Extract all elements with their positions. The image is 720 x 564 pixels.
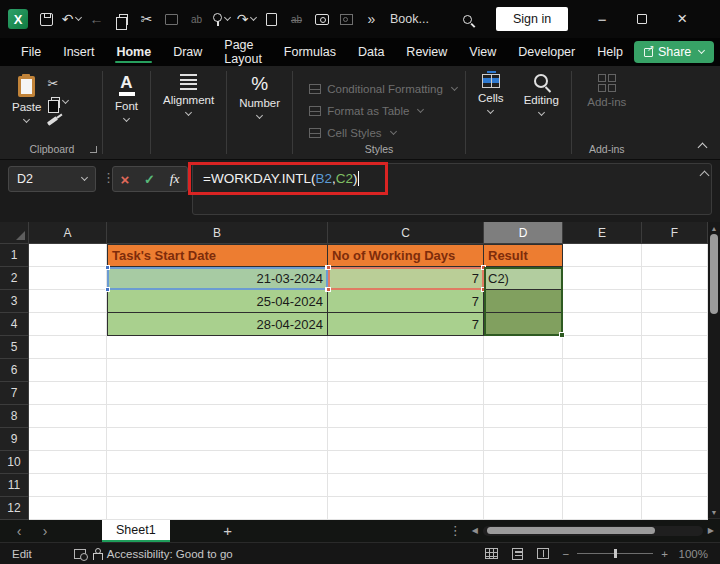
grid-cell[interactable]	[484, 405, 563, 428]
paste-button[interactable]: Paste	[4, 72, 45, 136]
copy-button[interactable]	[109, 6, 134, 32]
row-header[interactable]: 7	[0, 382, 29, 405]
tab-help[interactable]: Help	[586, 38, 634, 66]
row-header[interactable]: 8	[0, 405, 29, 428]
cell-c2[interactable]: 7	[328, 267, 484, 290]
horizontal-scrollbar[interactable]: ◀ ▶	[472, 526, 714, 536]
grid-cell[interactable]	[484, 382, 563, 405]
grid-cell[interactable]	[563, 382, 642, 405]
grid-cell[interactable]	[563, 359, 642, 382]
strikethrough-button[interactable]: ab	[284, 6, 309, 32]
zoom-out-button[interactable]: −	[563, 548, 570, 560]
grid-cell[interactable]	[484, 451, 563, 474]
col-header-b[interactable]: B	[107, 222, 328, 244]
grid-cell[interactable]	[107, 382, 328, 405]
grid-cell[interactable]	[642, 382, 708, 405]
page-layout-view-icon[interactable]	[512, 548, 523, 560]
cut-button-ribbon[interactable]: ✂	[47, 76, 68, 90]
macro-record-icon[interactable]	[74, 549, 86, 559]
next-sheet-button[interactable]: ›	[32, 523, 58, 539]
cell-b2[interactable]: 21-03-2024	[107, 267, 328, 290]
row-header[interactable]: 11	[0, 474, 29, 497]
grid-cell[interactable]	[107, 451, 328, 474]
sheet-options-icon[interactable]: ⋮	[449, 523, 462, 538]
grid-cell[interactable]	[29, 428, 107, 451]
tab-data[interactable]: Data	[347, 38, 395, 66]
grid-cell[interactable]	[642, 474, 708, 497]
cells-button[interactable]: Cells	[468, 72, 514, 115]
cell-styles-button[interactable]: Cell Styles	[301, 124, 395, 142]
row-header[interactable]: 6	[0, 359, 29, 382]
fill-handle[interactable]	[559, 332, 565, 338]
grid-cell[interactable]	[328, 359, 484, 382]
tab-file[interactable]: File	[10, 38, 52, 66]
row-header[interactable]: 9	[0, 428, 29, 451]
grid-cell[interactable]	[107, 474, 328, 497]
grid-cell[interactable]	[29, 382, 107, 405]
grid-cell[interactable]	[29, 290, 107, 313]
editing-button[interactable]: Editing	[514, 72, 569, 117]
formula-input[interactable]: =WORKDAY.INTL(B2,C2)	[192, 163, 712, 215]
replace-button[interactable]: ab	[184, 6, 209, 32]
grid-cell[interactable]	[563, 290, 642, 313]
grid-cell[interactable]	[107, 428, 328, 451]
grid-cell[interactable]	[328, 451, 484, 474]
cell-c1[interactable]: No of Working Days	[328, 244, 484, 267]
grid-cell[interactable]	[484, 474, 563, 497]
zoom-slider[interactable]	[577, 553, 653, 554]
grid-cell[interactable]	[484, 359, 563, 382]
grid-cell[interactable]	[642, 359, 708, 382]
conditional-formatting-button[interactable]: Conditional Formatting	[301, 80, 457, 98]
row-header[interactable]: 2	[0, 267, 29, 290]
col-header-c[interactable]: C	[328, 222, 484, 244]
tab-formulas[interactable]: Formulas	[273, 38, 347, 66]
insert-function-button[interactable]: fx	[170, 171, 180, 187]
grid-cell[interactable]	[484, 497, 563, 520]
grid-cell[interactable]	[328, 382, 484, 405]
cut-button[interactable]: ✂	[134, 6, 159, 32]
tab-page-layout[interactable]: Page Layout	[213, 38, 273, 66]
tab-draw[interactable]: Draw	[162, 38, 213, 66]
zoom-slider-thumb[interactable]	[614, 549, 617, 558]
scroll-down-icon[interactable]: ▼	[708, 506, 720, 518]
alignment-button[interactable]: Alignment	[153, 72, 224, 117]
grid-cell[interactable]	[642, 244, 708, 267]
camera-button[interactable]	[309, 6, 334, 32]
grid-cell[interactable]	[328, 405, 484, 428]
grid-cell[interactable]	[642, 497, 708, 520]
col-header-e[interactable]: E	[563, 222, 642, 244]
prev-sheet-button[interactable]: ‹	[6, 523, 32, 539]
number-button[interactable]: % Number	[229, 72, 290, 120]
grid-cell[interactable]	[642, 451, 708, 474]
col-header-d-selected[interactable]: D	[484, 222, 563, 244]
row-header[interactable]: 1	[0, 244, 29, 267]
cell-b1[interactable]: Task's Start Date	[107, 244, 328, 267]
grid-cell[interactable]	[328, 474, 484, 497]
grid-cell[interactable]	[563, 313, 642, 336]
horizontal-scrollbar-track[interactable]	[483, 526, 703, 536]
vertical-scrollbar[interactable]: ▲ ▼	[708, 222, 720, 518]
tab-developer[interactable]: Developer	[507, 38, 586, 66]
tab-review[interactable]: Review	[395, 38, 458, 66]
horizontal-scrollbar-thumb[interactable]	[487, 527, 655, 534]
grid-cell[interactable]	[642, 336, 708, 359]
grid-cell[interactable]	[484, 428, 563, 451]
grid-cell[interactable]	[563, 428, 642, 451]
cell-b3[interactable]: 25-04-2024	[107, 290, 328, 313]
cell-b4[interactable]: 28-04-2024	[107, 313, 328, 336]
row-header[interactable]: 3	[0, 290, 29, 313]
grid-cell[interactable]	[563, 474, 642, 497]
sheet-tab-sheet1[interactable]: Sheet1	[102, 519, 170, 542]
select-all-corner[interactable]	[0, 222, 29, 244]
grid-cell[interactable]	[484, 336, 563, 359]
zoom-in-button[interactable]: +	[661, 548, 668, 560]
cell-d1[interactable]: Result	[484, 244, 563, 267]
grid-cell[interactable]	[29, 244, 107, 267]
grid-cell[interactable]	[107, 497, 328, 520]
grid-cell[interactable]	[563, 497, 642, 520]
cell-d2-editing[interactable]: C2)	[484, 267, 563, 290]
name-box[interactable]: D2	[8, 166, 96, 192]
grid-cell[interactable]	[563, 451, 642, 474]
clipboard-dialog-launcher-icon[interactable]	[90, 146, 97, 153]
cell-d3[interactable]	[484, 290, 563, 313]
